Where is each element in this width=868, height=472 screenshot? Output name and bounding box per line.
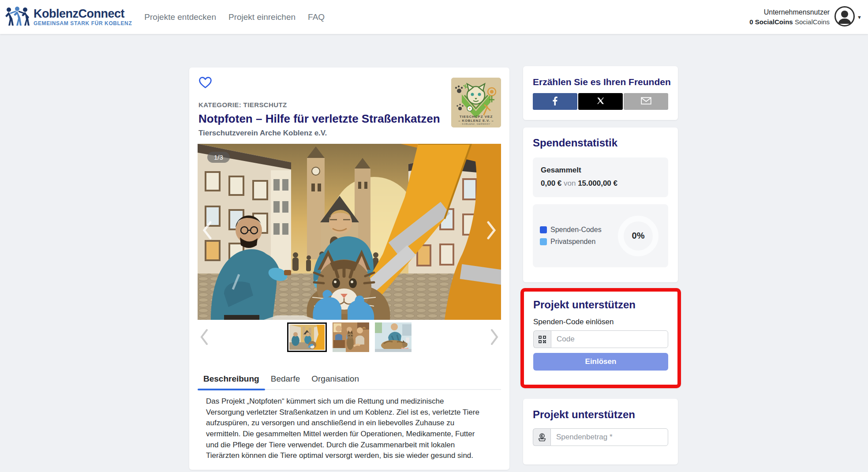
legend-label-spenden-codes: Spenden-Codes [550, 226, 602, 234]
brand-tagline: GEMEINSAM STARK FÜR KOBLENZ [34, 21, 132, 26]
brand-name: KoblenzConnect [34, 7, 132, 20]
collected-value: 0,00 € [541, 179, 561, 187]
support-code-card-highlighted: Projekt unterstützen Spenden-Code einlös… [520, 288, 681, 388]
share-facebook-button[interactable] [533, 93, 577, 110]
nav-projekt-einreichen[interactable]: Projekt einreichen [228, 12, 296, 22]
share-card: Erzählen Sie es Ihren Freunden [523, 66, 678, 120]
thumbnail-vet-treatment[interactable] [375, 322, 412, 352]
legend-row-privatspenden: Privatspenden [540, 238, 618, 246]
org-logo-text-2: – KOBLENZ E.V. – [451, 119, 501, 123]
project-tabs: Beschreibung Bedarfe Organisation [198, 371, 501, 390]
carousel-thumbnails [198, 322, 501, 352]
envelope-icon [641, 97, 651, 106]
user-name: Unternehmensnutzer [749, 7, 830, 17]
image-counter-badge: 1/3 [207, 152, 230, 163]
redeem-code-label: Spenden-Code einlösen [533, 318, 668, 326]
user-account-area: Unternehmensnutzer 0 SocialCoins SocialC… [749, 6, 862, 29]
support-code-title: Projekt unterstützen [533, 299, 668, 311]
project-description-text: Das Projekt „Notpfoten“ kümmert sich um … [198, 396, 482, 461]
main-nav: Projekte entdecken Projekt einreichen FA… [144, 12, 325, 22]
donation-chart-box: Spenden-Codes Privatspenden 0% [533, 204, 668, 267]
support-donation-title: Projekt unterstützen [533, 408, 668, 421]
donation-icon [533, 428, 550, 446]
avatar-icon [834, 6, 855, 29]
legend-row-spenden-codes: Spenden-Codes [540, 226, 618, 234]
carousel-next-arrow[interactable] [483, 218, 499, 243]
thumbnail-family-with-cat[interactable] [333, 322, 369, 352]
project-title: Notpfoten – Hilfe für verletzte Straßenk… [198, 112, 440, 126]
user-coins: 0 SocialCoins SocialCoins [749, 17, 830, 27]
donut-percentage: 0% [632, 231, 645, 241]
legend-label-privatspenden: Privatspenden [550, 238, 595, 246]
collected-box: Gesammelt 0,00 € von 15.000,00 € [533, 157, 668, 197]
donation-amount-input[interactable] [550, 428, 668, 446]
project-image-carousel: 1/3 [198, 144, 501, 320]
org-logo-text-3: · KOBLENZ, GERMANY · [451, 123, 501, 125]
favorite-heart-icon[interactable] [198, 76, 212, 90]
nav-faq[interactable]: FAQ [308, 12, 325, 22]
share-x-button[interactable] [578, 93, 623, 110]
statistics-title: Spendenstatistik [533, 137, 668, 149]
donation-donut-chart: 0% [618, 216, 658, 256]
thumbnails-next-arrow[interactable] [488, 326, 501, 348]
collected-label: Gesammelt [541, 166, 660, 175]
project-description: Das Projekt „Notpfoten“ kümmert sich um … [198, 396, 501, 461]
code-input[interactable] [551, 330, 668, 348]
nav-projekte-entdecken[interactable]: Projekte entdecken [144, 12, 216, 22]
tab-bedarfe[interactable]: Bedarfe [265, 371, 306, 389]
share-card-title: Erzählen Sie es Ihren Freunden [533, 77, 668, 87]
legend-swatch-privatspenden [540, 238, 547, 245]
facebook-icon [553, 97, 557, 107]
support-donation-card: Projekt unterstützen [523, 399, 678, 465]
project-category: KATEGORIE: TIERSCHUTZ [198, 101, 287, 109]
share-email-button[interactable] [624, 93, 668, 110]
people-logo-icon [4, 6, 30, 28]
collected-amounts: 0,00 € von 15.000,00 € [541, 179, 660, 188]
carousel-prev-arrow[interactable] [199, 218, 215, 243]
chart-legend: Spenden-Codes Privatspenden [540, 226, 618, 246]
tab-organisation[interactable]: Organisation [306, 371, 365, 389]
collected-connector: von [564, 179, 576, 187]
legend-swatch-spenden-codes [540, 226, 547, 233]
x-icon [597, 97, 604, 106]
donation-statistics-card: Spendenstatistik Gesammelt 0,00 € von 15… [523, 127, 678, 282]
qr-code-icon [533, 330, 551, 348]
coins-suffix: SocialCoins [795, 18, 830, 26]
goal-value: 15.000,00 € [578, 179, 617, 187]
project-organization: Tierschutzverein Arche Koblenz e.V. [198, 129, 327, 138]
org-logo-text-1: TIESCHCFZ VEZ [451, 115, 501, 119]
thumbnail-street-rescue[interactable] [287, 322, 327, 352]
project-photo-street-rescue [198, 144, 501, 320]
brand-logo[interactable]: KoblenzConnect GEMEINSAM STARK FÜR KOBLE… [4, 6, 132, 28]
top-navigation-bar: KoblenzConnect GEMEINSAM STARK FÜR KOBLE… [0, 0, 868, 34]
tab-beschreibung[interactable]: Beschreibung [198, 371, 265, 389]
organization-logo-image: TIESCHCFZ VEZ – KOBLENZ E.V. – · KOBLENZ… [451, 78, 501, 127]
chevron-down-icon: ▼ [857, 15, 862, 20]
redeem-button[interactable]: Einlösen [533, 353, 668, 371]
account-menu-button[interactable]: ▼ [834, 6, 862, 29]
coins-balance: 0 SocialCoins [749, 18, 793, 26]
project-detail-card: KATEGORIE: TIERSCHUTZ Notpfoten – Hilfe … [189, 67, 509, 470]
